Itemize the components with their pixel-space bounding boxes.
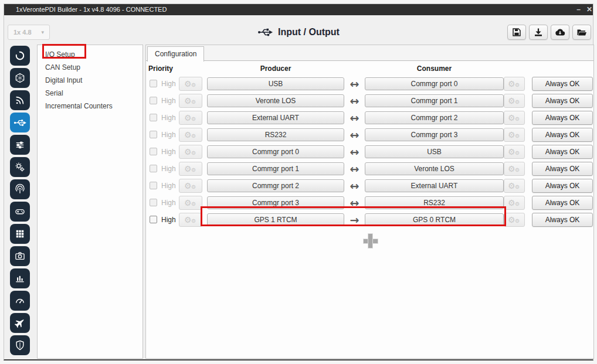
consumer-config-button[interactable]: ⚙⚙ [504,128,525,142]
producer-config-button[interactable]: ⚙⚙ [179,179,202,193]
consumer-button[interactable]: GPS 0 RTCM [365,213,504,226]
always-ok-button[interactable]: Always OK [532,94,593,108]
consumer-button[interactable]: RS232 [365,196,504,209]
consumer-button[interactable]: Commgr port 2 [365,111,504,124]
table-row: High ⚙⚙ GPS 1 RTCM → GPS 0 RTCM ⚙⚙ Alway… [148,211,591,228]
nav-item-io-setup[interactable]: I/O Setup [38,48,143,61]
tab-configuration[interactable]: Configuration [147,46,204,62]
close-button[interactable]: ✕ [586,4,592,15]
consumer-config-button[interactable]: ⚙⚙ [504,94,525,108]
priority-high-checkbox[interactable] [150,114,157,121]
consumer-button[interactable]: Commgr port 0 [365,77,504,90]
producer-config-button[interactable]: ⚙⚙ [179,128,202,142]
producer-button[interactable]: Commgr port 0 [207,145,344,158]
consumer-button[interactable]: Commgr port 1 [365,94,504,107]
platform-hexagon-icon[interactable] [10,68,30,88]
cloud-download-icon [555,28,565,36]
table-row: High ⚙⚙ External UART ↔ Commgr port 2 ⚙⚙… [148,109,591,126]
sliders-icon[interactable] [10,135,30,155]
link-arrow-icon: ↔ [344,94,365,107]
producer-button[interactable]: Commgr port 1 [207,162,344,175]
nav-item-digital-input[interactable]: Digital Input [38,74,143,87]
gear-icon: ⚙ [508,163,515,175]
airplane-icon[interactable] [10,313,30,333]
gear-icon: ⚙ [515,184,520,190]
producer-config-button[interactable]: ⚙⚙ [179,162,202,176]
shield-icon[interactable] [10,335,30,355]
producer-button[interactable]: Commgr port 2 [207,179,344,192]
table-row: High ⚙⚙ Veronte LOS ↔ Commgr port 1 ⚙⚙ A… [148,92,591,109]
producer-config-button[interactable]: ⚙⚙ [179,145,202,159]
consumer-config-button[interactable]: ⚙⚙ [504,179,525,193]
gear-icon: ⚙ [184,129,192,141]
gears-automation-icon[interactable] [10,157,30,177]
gear-icon: ⚙ [184,163,192,175]
consumer-config-button[interactable]: ⚙⚙ [504,196,525,210]
consumer-config-button[interactable]: ⚙⚙ [504,111,525,125]
always-ok-button[interactable]: Always OK [532,196,593,210]
producer-button[interactable]: Commgr port 3 [207,196,344,209]
open-folder-button[interactable] [572,25,591,40]
consumer-button[interactable]: External UART [365,179,504,192]
gear-icon: ⚙ [191,133,196,139]
priority-high-checkbox[interactable] [150,165,157,172]
gear-icon: ⚙ [191,150,196,156]
producer-config-button[interactable]: ⚙⚙ [179,77,202,91]
table-row: High ⚙⚙ Commgr port 3 ↔ RS232 ⚙⚙ Always … [148,194,591,211]
save-button[interactable] [507,25,526,40]
download-button[interactable] [529,25,548,40]
minimize-button[interactable]: – [576,4,581,15]
cloud-download-button[interactable] [551,25,569,40]
version-dropdown-value: 1x 4.8 [13,29,32,36]
add-route-button[interactable] [363,233,377,247]
producer-config-button[interactable]: ⚙⚙ [179,111,202,125]
gear-icon: ⚙ [184,146,192,158]
consumer-config-button[interactable]: ⚙⚙ [504,145,525,159]
nav-item-can-setup[interactable]: CAN Setup [38,61,143,74]
priority-high-checkbox[interactable] [150,131,157,138]
producer-config-button[interactable]: ⚙⚙ [179,94,202,108]
io-configuration-panel: Configuration Priority Producer Consumer… [145,45,594,359]
producer-button[interactable]: GPS 1 RTCM [207,213,344,226]
nav-item-incremental-counters[interactable]: Incremental Counters [38,100,143,113]
input-output-usb-icon[interactable] [10,113,30,132]
gear-icon: ⚙ [515,201,520,207]
priority-high-checkbox[interactable] [150,199,157,206]
bar-chart-icon[interactable] [10,268,30,288]
producer-button[interactable]: External UART [207,111,344,124]
gauge-icon[interactable] [10,291,30,311]
producer-button[interactable]: RS232 [207,128,344,141]
priority-high-checkbox[interactable] [150,182,157,189]
gear-icon: ⚙ [191,218,196,224]
beacon-antenna-icon[interactable] [10,179,30,199]
priority-high-checkbox[interactable] [150,216,157,223]
producer-button[interactable]: USB [207,77,344,90]
priority-high-checkbox[interactable] [150,148,157,155]
consumer-config-button[interactable]: ⚙⚙ [504,162,525,176]
camera-icon[interactable] [10,246,30,266]
version-dropdown[interactable]: 1x 4.8 ▾ [8,25,50,40]
telemetry-signal-icon[interactable] [10,90,30,110]
producer-config-button[interactable]: ⚙⚙ [179,196,202,210]
veronte-ring-icon[interactable] [10,46,30,66]
priority-high-checkbox[interactable] [150,80,157,87]
always-ok-button[interactable]: Always OK [532,179,593,193]
consumer-button[interactable]: Veronte LOS [365,162,504,175]
priority-high-checkbox[interactable] [150,97,157,104]
nav-item-serial[interactable]: Serial [38,87,143,100]
gear-icon: ⚙ [515,82,520,88]
gamepad-stick-icon[interactable] [10,202,30,222]
always-ok-button[interactable]: Always OK [532,145,593,159]
consumer-button[interactable]: USB [365,145,504,158]
always-ok-button[interactable]: Always OK [532,162,593,176]
consumer-config-button[interactable]: ⚙⚙ [504,77,525,91]
producer-config-button[interactable]: ⚙⚙ [179,213,202,227]
always-ok-button[interactable]: Always OK [532,111,593,125]
matrix-grid-icon[interactable] [10,224,30,244]
consumer-button[interactable]: Commgr port 3 [365,128,504,141]
always-ok-button[interactable]: Always OK [532,128,593,142]
consumer-config-button[interactable]: ⚙⚙ [504,213,525,227]
producer-button[interactable]: Veronte LOS [207,94,344,107]
always-ok-button[interactable]: Always OK [532,213,593,227]
always-ok-button[interactable]: Always OK [532,77,593,91]
